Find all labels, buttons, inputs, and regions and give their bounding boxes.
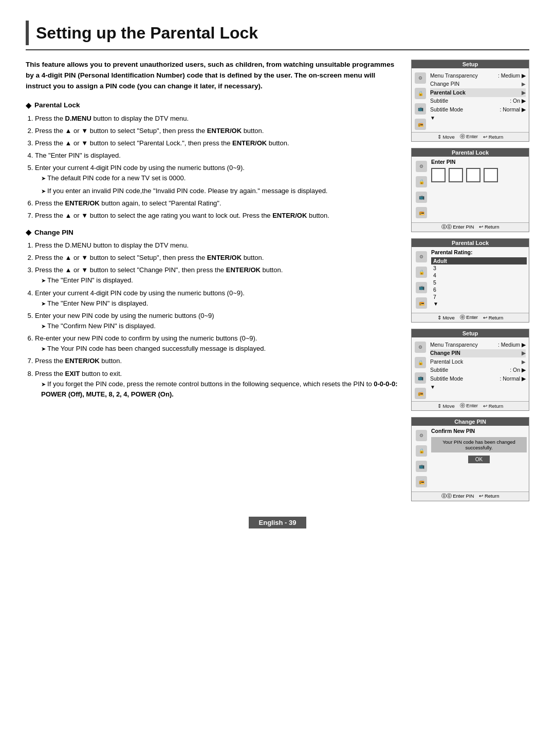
change-step-8: Press the EXIT button to exit. If you fo… bbox=[35, 369, 399, 400]
intro-text: This feature allows you to prevent unaut… bbox=[26, 60, 399, 92]
menu-row-subtitle: Subtitle : On ▶ bbox=[430, 97, 526, 106]
pin-square-2 bbox=[449, 168, 463, 182]
menu-value-subtitle-mode: : Normal ▶ bbox=[499, 106, 526, 114]
menu-row2-subtitle: Subtitle : On ▶ bbox=[430, 366, 526, 375]
rating-footer-move: ⇕ Move bbox=[437, 314, 455, 321]
tv-icon-c-2: 🔒 bbox=[416, 445, 427, 457]
page-title: Setting up the Parental Lock bbox=[36, 24, 258, 43]
rating-footer-enter: ⓔ Enter bbox=[460, 314, 478, 321]
menu-row2-subtitle-mode: Subtitle Mode : Normal ▶ bbox=[430, 375, 526, 384]
setup-screen-2: Setup ⚙ 🔒 📺 📻 Menu Transparency : Medium… bbox=[411, 329, 529, 411]
menu-label-changepin: Change PIN bbox=[430, 81, 459, 88]
footer-enter: ⓔ Enter bbox=[460, 134, 478, 140]
setup-screen-1: Setup ⚙ 🔒 📺 📻 Menu Transparency : Medium… bbox=[411, 60, 529, 142]
tv-icon-3: 📺 bbox=[415, 103, 426, 115]
s2-footer-move: ⇕ Move bbox=[437, 403, 455, 409]
tv-icons-col-3: ⚙ 🔒 📺 📻 bbox=[414, 249, 429, 311]
menu2-label-transparency: Menu Transparency bbox=[430, 342, 478, 349]
pin-squares bbox=[431, 168, 527, 182]
footer-return: ↩ Return bbox=[483, 134, 503, 140]
rating-7: 7 bbox=[431, 293, 527, 300]
confirm-pin-footer: ⓪⓪ Enter PIN ↩ Return bbox=[412, 492, 529, 501]
menu-row-subtitle-mode: Subtitle Mode : Normal ▶ bbox=[430, 106, 526, 115]
tv-icon-s2-4: 📻 bbox=[415, 388, 426, 399]
menu-row2-parental: Parental Lock ▶ bbox=[430, 357, 526, 366]
menu2-arrow-changepin: ▶ bbox=[522, 350, 526, 356]
change-step-5: Enter your new PIN code by using the num… bbox=[35, 311, 399, 331]
setup-screen-1-body: ⚙ 🔒 📺 📻 Menu Transparency : Medium ▶ Cha… bbox=[412, 68, 529, 132]
subnote-enter-pin: The "Enter PIN" is displayed. bbox=[41, 275, 399, 286]
tv-icon-pin-4: 📻 bbox=[416, 207, 427, 218]
tv-menu-col-1: Menu Transparency : Medium ▶ Change PIN … bbox=[428, 70, 528, 132]
diamond-icon: ◆ bbox=[26, 101, 31, 109]
enter-pin-footer: ⓪⓪ Enter PIN ↩ Return bbox=[412, 222, 529, 232]
menu2-label-changepin: Change PIN bbox=[430, 350, 460, 357]
change-step-6: Re-enter your new PIN code to confirm by… bbox=[35, 333, 399, 354]
parental-step-5: Enter your current 4-digit PIN code by u… bbox=[35, 163, 399, 196]
enter-pin-body: ⚙ 🔒 📺 📻 Enter PIN bbox=[412, 157, 529, 222]
diamond-icon-2: ◆ bbox=[26, 228, 31, 236]
confirm-success-msg: Your PIN code has been changed successfu… bbox=[431, 437, 527, 452]
confirm-footer-return: ↩ Return bbox=[479, 493, 499, 500]
subnote-forget-pin: If you forget the PIN code, press the re… bbox=[41, 379, 399, 400]
menu-value-transparency: : Medium ▶ bbox=[498, 72, 526, 80]
enter-pin-title: Parental Lock bbox=[412, 148, 529, 157]
subnote-enter-new-pin: The "Enter New PIN" is displayed. bbox=[41, 298, 399, 309]
rating-3: 3 bbox=[431, 264, 527, 272]
parental-step-7: Press the ▲ or ▼ button to select the ag… bbox=[35, 211, 399, 221]
page-number: English - 39 bbox=[249, 517, 307, 528]
tv-icons-col-2: ⚙ 🔒 📺 📻 bbox=[414, 159, 429, 220]
tv-menu-col-2: Menu Transparency : Medium ▶ Change PIN … bbox=[428, 339, 528, 401]
footer-move: ⇕ Move bbox=[437, 134, 455, 140]
tv-icon-s2-1: ⚙ bbox=[415, 342, 426, 353]
rating-content: Parental Rating: Adult 3 4 5 6 7 ▼ bbox=[429, 249, 527, 311]
subnote-pin-changed: The Your PIN code has been changed succe… bbox=[41, 344, 399, 354]
menu2-value-transparency: : Medium ▶ bbox=[498, 342, 526, 349]
ok-button[interactable]: OK bbox=[468, 456, 490, 463]
change-step-2: Press the ▲ or ▼ button to select "Setup… bbox=[35, 253, 399, 263]
menu-row-parental: Parental Lock ▶ bbox=[430, 88, 526, 97]
menu2-label-subtitle: Subtitle bbox=[430, 367, 448, 374]
menu-row-changepin: Change PIN ▶ bbox=[430, 80, 526, 89]
change-subnote-5: The "Confirm New PIN" is displayed. bbox=[41, 321, 399, 331]
pin-footer-enter: ⓪⓪ Enter PIN bbox=[441, 224, 474, 231]
menu-label-subtitle-mode: Subtitle Mode bbox=[430, 106, 463, 114]
tv-icon-rating-1: ⚙ bbox=[416, 251, 427, 262]
enter-pin-screen: Parental Lock ⚙ 🔒 📺 📻 Enter PIN bbox=[411, 148, 529, 232]
pin-footer-return: ↩ Return bbox=[479, 224, 499, 231]
menu2-value-subtitle: : On ▶ bbox=[510, 367, 526, 374]
tv-icon-s2-2: 🔒 bbox=[415, 357, 426, 368]
page-footer: English - 39 bbox=[26, 517, 529, 528]
parental-step-1: Press the D.MENU button to display the D… bbox=[35, 114, 399, 124]
menu-label-parental: Parental Lock bbox=[430, 89, 466, 97]
tv-icon-rating-4: 📻 bbox=[416, 297, 427, 309]
rating-adult: Adult bbox=[431, 257, 527, 264]
tv-icon-s2-3: 📺 bbox=[415, 372, 426, 384]
tv-icon-pin-2: 🔒 bbox=[416, 176, 427, 187]
pin-square-3 bbox=[466, 168, 480, 182]
parental-rating-body: ⚙ 🔒 📺 📻 Parental Rating: Adult 3 4 5 6 7… bbox=[412, 247, 529, 313]
tv-icon-c-4: 📻 bbox=[416, 476, 427, 487]
parental-step-6: Press the ENTER/OK button again, to sele… bbox=[35, 198, 399, 209]
parental-step-3: Press the ▲ or ▼ button to select "Paren… bbox=[35, 138, 399, 148]
confirm-ok-row: OK bbox=[431, 456, 527, 463]
pin-square-4 bbox=[484, 168, 498, 182]
tv-icon-rating-3: 📺 bbox=[416, 282, 427, 293]
change-subnote-6: The Your PIN code has been changed succe… bbox=[41, 344, 399, 354]
subnote-invalid-pin: If you enter an invalid PIN code,the "In… bbox=[41, 186, 399, 196]
confirm-pin-body: ⚙ 🔒 📺 📻 Confirm New PIN Your PIN code ha… bbox=[412, 426, 529, 492]
right-column: Setup ⚙ 🔒 📺 📻 Menu Transparency : Medium… bbox=[411, 60, 529, 501]
tv-icons-col-1: ⚙ 🔒 📺 📻 bbox=[413, 70, 428, 132]
tv-icon-c-3: 📺 bbox=[416, 461, 427, 472]
reset-sequence: 0-0-0-0: POWER (Off), MUTE, 8, 2, 4, POW… bbox=[41, 380, 398, 398]
left-column: This feature allows you to prevent unaut… bbox=[26, 60, 399, 501]
tv-icon-2: 🔒 bbox=[415, 88, 426, 99]
change-pin-steps-list: Press the D.MENU button to display the D… bbox=[35, 240, 399, 400]
tv-icon-c-1: ⚙ bbox=[416, 430, 427, 441]
parental-lock-label: Parental Lock bbox=[34, 101, 80, 109]
confirm-pin-screen: Change PIN ⚙ 🔒 📺 📻 Confirm New PIN Your … bbox=[411, 417, 529, 501]
parental-rating-screen: Parental Lock ⚙ 🔒 📺 📻 Parental Rating: A… bbox=[411, 238, 529, 323]
pin-content: Enter PIN bbox=[429, 159, 527, 220]
menu2-arrow-parental: ▶ bbox=[522, 358, 526, 365]
change-subnote-8: If you forget the PIN code, press the re… bbox=[41, 379, 399, 400]
